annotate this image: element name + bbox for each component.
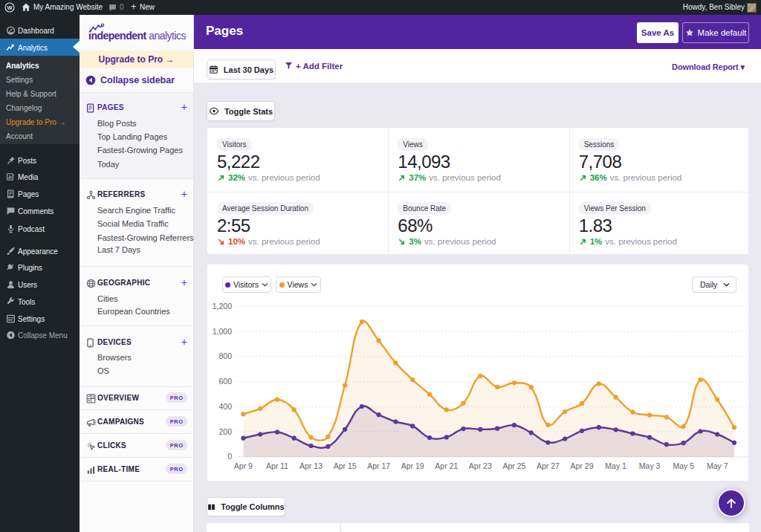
svg-text:Apr 15: Apr 15	[334, 461, 357, 470]
svg-text:May 1: May 1	[605, 461, 626, 470]
svg-text:1,200: 1,200	[213, 302, 232, 311]
svg-text:Apr 19: Apr 19	[401, 461, 424, 470]
svg-text:Apr 23: Apr 23	[469, 461, 492, 470]
svg-text:Apr 11: Apr 11	[266, 461, 288, 470]
svg-text:Apr 25: Apr 25	[502, 461, 525, 470]
svg-text:May 3: May 3	[639, 461, 661, 470]
svg-text:Apr 27: Apr 27	[537, 461, 560, 470]
svg-text:1,000: 1,000	[213, 327, 232, 336]
svg-text:400: 400	[218, 402, 232, 411]
svg-text:May 7: May 7	[707, 461, 728, 470]
svg-text:600: 600	[218, 377, 232, 386]
svg-text:Apr 9: Apr 9	[234, 461, 253, 470]
svg-text:Apr 17: Apr 17	[367, 461, 390, 470]
svg-text:Apr 29: Apr 29	[571, 461, 594, 470]
svg-text:May 5: May 5	[673, 461, 694, 470]
svg-text:W: W	[7, 4, 13, 11]
svg-text:800: 800	[218, 351, 232, 360]
svg-text:200: 200	[218, 427, 232, 436]
svg-text:0: 0	[227, 452, 232, 461]
svg-text:Apr 21: Apr 21	[435, 461, 458, 470]
svg-text:Apr 13: Apr 13	[299, 461, 323, 470]
